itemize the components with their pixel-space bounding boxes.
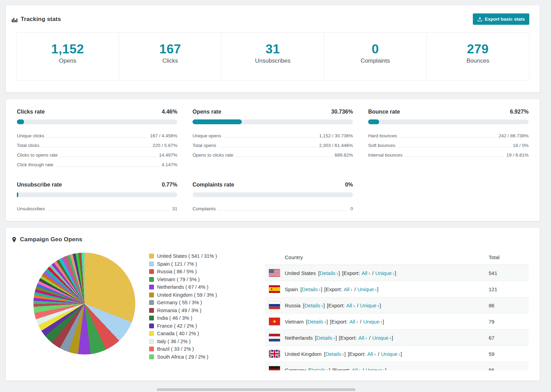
- rate-value: 0.77%: [162, 182, 177, 188]
- dotted-leader: [219, 147, 317, 147]
- country-column-header: Country: [269, 254, 489, 260]
- details-link[interactable]: Details: [304, 303, 320, 308]
- legend-label: Russia ( 86 / 5% ): [157, 269, 197, 274]
- stat-cell: 31 Unsubscribes: [222, 33, 324, 80]
- export-unique-link[interactable]: Unique: [372, 335, 389, 341]
- chevron-right-icon: ›: [375, 286, 377, 292]
- country-cell: Russia [Details›] [Export:All›/Unique›]: [269, 301, 489, 309]
- chevron-right-icon: ›: [324, 319, 326, 325]
- country-cell: Spain [Details›] [Export:All›/Unique›]: [269, 285, 489, 293]
- export-label: Export:: [340, 335, 357, 341]
- flag-es-icon: [269, 285, 280, 293]
- rate-block: Complaints rate 0% Complaints 0: [193, 182, 353, 212]
- details-link[interactable]: Details: [325, 351, 341, 357]
- metric-value: 0: [350, 205, 353, 212]
- legend-color-swatch: [149, 316, 154, 320]
- campaign-geo-title: Campaign Geo Opens: [11, 236, 82, 243]
- details-link[interactable]: Details: [302, 286, 318, 292]
- legend-color-swatch: [149, 254, 154, 258]
- legend-label: Romania ( 49 / 3% ): [157, 308, 201, 313]
- rate-progress-track: [368, 119, 529, 124]
- geo-content: United States ( 541 / 31% ) Spain ( 121 …: [6, 243, 540, 381]
- metric-value: 2,303 / 61.446%: [319, 142, 353, 149]
- chevron-right-icon: ›: [353, 303, 355, 308]
- metric-label: Unsubscribes: [17, 205, 45, 212]
- legend-label: Spain ( 121 / 7% ): [157, 261, 197, 267]
- export-basic-stats-button[interactable]: Export basic stats: [473, 13, 529, 25]
- details-link[interactable]: Details: [320, 270, 335, 276]
- legend-item: South Africa ( 29 / 2% ): [149, 354, 252, 360]
- legend-color-swatch: [149, 331, 154, 336]
- stat-cell: 0 Complaints: [324, 33, 427, 80]
- export-unique-link[interactable]: Unique: [375, 270, 392, 276]
- flag-de-icon: [269, 366, 280, 370]
- chevron-right-icon: ›: [351, 286, 352, 292]
- country-cell: Germany [Details›] [Export:All›/Unique›]: [269, 366, 489, 370]
- metric-value: 18 / 0%: [513, 142, 529, 149]
- campaign-geo-title-text: Campaign Geo Opens: [20, 236, 82, 243]
- country-cell: Vietnam [Details›] [Export:All›/Unique›]: [269, 318, 489, 325]
- export-all-link[interactable]: All: [352, 367, 358, 371]
- country-name: Germany: [285, 367, 306, 371]
- geo-table-row: Russia [Details›] [Export:All›/Unique›] …: [265, 297, 529, 314]
- export-all-link[interactable]: All: [344, 286, 350, 292]
- chevron-right-icon: ›: [358, 367, 360, 371]
- metric-value: 14.497%: [159, 152, 177, 158]
- legend-label: South Africa ( 29 / 2% ): [157, 354, 208, 360]
- metric-label: Opens to clicks rate: [193, 152, 233, 158]
- export-all-link[interactable]: All: [346, 303, 352, 308]
- country-total: 55: [489, 367, 524, 371]
- metric-label: Click through rate: [17, 161, 53, 168]
- legend-label: Canada ( 40 / 2% ): [157, 331, 199, 336]
- flag-ru-icon: [269, 301, 280, 309]
- export-all-link[interactable]: All: [362, 270, 367, 276]
- details-link[interactable]: Details: [316, 335, 332, 341]
- export-all-link[interactable]: All: [358, 335, 364, 341]
- rate-block: Opens rate 30.736% Unique opens 1,152 / …: [193, 109, 353, 168]
- export-all-link[interactable]: All: [350, 319, 355, 325]
- rate-block: Unsubscribe rate 0.77% Unsubscribes 31: [17, 182, 177, 212]
- details-link[interactable]: Details: [308, 319, 323, 325]
- metric-value: 31: [172, 205, 177, 212]
- stat-cell: 279 Bounces: [427, 33, 529, 80]
- map-pin-icon: [11, 236, 17, 243]
- geo-table-body: United States [Details›] [Export:All›/Un…: [265, 265, 529, 370]
- export-unique-link[interactable]: Unique: [381, 351, 397, 357]
- metric-label: Unique clicks: [17, 133, 44, 139]
- dotted-leader: [42, 147, 150, 147]
- flag-nl-icon: [269, 334, 280, 341]
- rate-value: 6.927%: [510, 109, 529, 115]
- stat-label: Unsubscribes: [222, 57, 324, 64]
- legend-label: United Kingdom ( 59 / 3% ): [157, 292, 217, 298]
- chevron-right-icon: ›: [398, 351, 400, 357]
- geo-table-row: United Kingdom [Details›] [Export:All›/U…: [265, 346, 529, 362]
- stat-cell: 1,152 Opens: [17, 33, 119, 80]
- legend-color-swatch: [149, 293, 154, 297]
- rate-metric-row: Internal bounces 19 / 6.81%: [368, 149, 529, 158]
- legend-color-swatch: [149, 269, 154, 274]
- horizontal-scrollbar-thumb[interactable]: [157, 388, 355, 391]
- country-name: Spain: [285, 286, 298, 292]
- country-name: United States: [285, 270, 316, 276]
- export-all-link[interactable]: All: [367, 351, 373, 357]
- stat-label: Complaints: [324, 57, 426, 64]
- export-unique-link[interactable]: Unique: [363, 319, 380, 325]
- legend-item: United Kingdom ( 59 / 3% ): [149, 292, 252, 298]
- country-name: Russia: [285, 303, 301, 308]
- stat-label: Opens: [17, 57, 119, 64]
- campaign-geo-card: Campaign Geo Opens United States ( 541 /…: [6, 227, 540, 381]
- export-unique-link[interactable]: Unique: [360, 303, 377, 308]
- rate-value: 0%: [345, 182, 353, 188]
- export-label: Export:: [326, 286, 342, 292]
- legend-color-swatch: [149, 262, 154, 266]
- rate-metric-row: Clicks to opens rate 14.497%: [17, 149, 177, 158]
- legend-color-swatch: [149, 285, 154, 289]
- export-unique-link[interactable]: Unique: [357, 286, 374, 292]
- rates-card: Clicks rate 4.46% Unique clicks 167 / 4.…: [6, 99, 540, 221]
- rate-progress-fill: [368, 119, 379, 124]
- legend-item: Italy ( 36 / 2% ): [149, 339, 252, 344]
- geo-table-header: Country Total: [265, 250, 529, 265]
- legend-label: Vietnam ( 79 / 5% ): [157, 277, 200, 282]
- export-unique-link[interactable]: Unique: [365, 367, 382, 371]
- details-link[interactable]: Details: [310, 367, 326, 371]
